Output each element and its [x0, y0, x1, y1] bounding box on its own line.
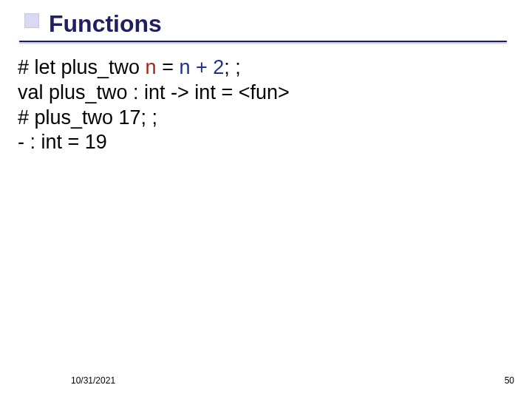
- slide-title: Functions: [49, 10, 532, 38]
- code-text: ; ;: [224, 56, 241, 78]
- slide: Functions # let plus_two n = n + 2; ; va…: [0, 0, 532, 399]
- code-text: =: [157, 56, 180, 78]
- code-line-3: # plus_two 17; ;: [18, 106, 514, 131]
- code-text: # let plus_two: [18, 56, 146, 78]
- code-text-param: n: [146, 56, 157, 78]
- code-line-1: # let plus_two n = n + 2; ;: [18, 55, 514, 81]
- code-line-4: - : int = 19: [18, 130, 514, 155]
- title-accent-square: [24, 13, 39, 28]
- title-area: Functions: [0, 0, 532, 38]
- code-line-2: val plus_two : int -> int = <fun>: [18, 81, 514, 106]
- footer-date: 10/31/2021: [71, 375, 115, 386]
- footer-page-number: 50: [505, 375, 514, 386]
- slide-body: # let plus_two n = n + 2; ; val plus_two…: [0, 42, 532, 155]
- code-text-expr: n + 2: [179, 56, 224, 78]
